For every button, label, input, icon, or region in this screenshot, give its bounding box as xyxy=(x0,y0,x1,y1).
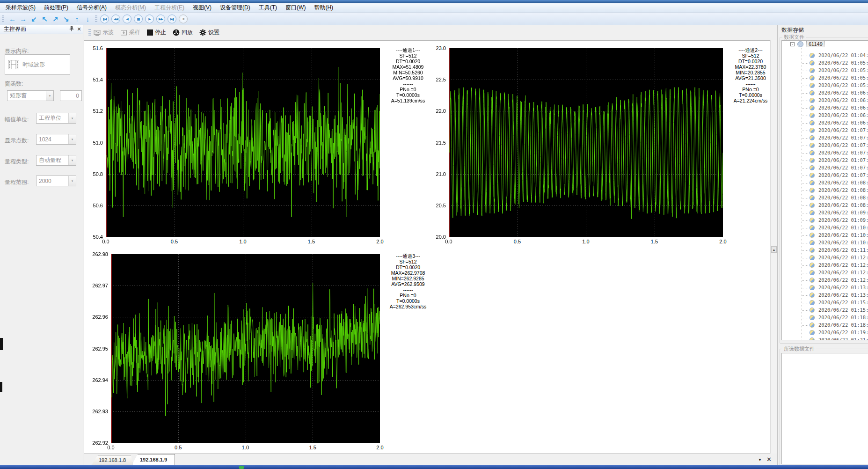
field-select[interactable]: 自动量程▼ xyxy=(36,155,76,166)
stop-media-button[interactable]: ■ xyxy=(179,15,188,23)
arrow-up-icon[interactable]: ↑ xyxy=(72,15,82,23)
charts-vertical-scrollbar[interactable]: ▲ xyxy=(770,40,777,454)
data-file-item[interactable]: 2020/06/22 01:08:1 xyxy=(782,194,868,202)
data-file-item[interactable]: 2020/06/22 01:05:4 xyxy=(782,82,868,89)
data-file-item[interactable]: 2020/06/22 01:04:5 xyxy=(782,52,868,59)
data-file-item[interactable]: 2020/06/22 01:07:1 xyxy=(782,149,868,157)
chevron-down-icon[interactable]: ▼ xyxy=(46,91,53,101)
data-file-item[interactable]: 2020/06/22 01:12:2 xyxy=(782,269,868,277)
field-value: 2000 xyxy=(36,178,68,184)
play-button[interactable]: ▶ xyxy=(145,15,154,23)
data-file-item[interactable]: 2020/06/22 01:09:4 xyxy=(782,217,868,224)
data-file-item[interactable]: 2020/06/22 01:12:0 xyxy=(782,254,868,262)
chevron-down-icon[interactable]: ▼ xyxy=(68,134,76,144)
arrow-up-left-icon[interactable]: ↖ xyxy=(39,15,50,23)
field-select[interactable]: 工程单位▼ xyxy=(36,113,76,124)
tab-192.168.1.8[interactable]: 192.168.1.8 xyxy=(92,455,133,465)
设置-button[interactable]: 设置 xyxy=(199,29,219,37)
data-file-item[interactable]: 2020/06/22 01:07:3 xyxy=(782,157,868,164)
data-file-item[interactable]: 2020/06/22 01:10:3 xyxy=(782,232,868,239)
data-file-item[interactable]: 2020/06/22 01:10:4 xyxy=(782,239,868,247)
data-file-item[interactable]: 2020/06/22 01:08:3 xyxy=(782,202,868,209)
data-file-item[interactable]: 2020/06/22 01:06:3 xyxy=(782,112,868,119)
data-file-item[interactable]: 2020/06/22 01:12:3 xyxy=(782,277,868,284)
menu-item-6[interactable]: 视图(V) xyxy=(189,3,216,13)
selected-files-list[interactable] xyxy=(781,353,868,464)
pause-button[interactable]: ▮▮ xyxy=(134,15,143,23)
data-file-item[interactable]: 2020/06/22 01:07:0 xyxy=(782,134,868,142)
pin-icon[interactable] xyxy=(68,26,75,32)
停止-button[interactable]: 停止 xyxy=(147,29,166,37)
采样-button[interactable]: 采样 xyxy=(120,29,140,37)
tree-collapse-icon[interactable]: - xyxy=(790,42,795,46)
tab-192.168.1.9[interactable]: 192.168.1.9 xyxy=(132,454,175,465)
data-file-item[interactable]: 2020/06/22 01:05:2 xyxy=(782,67,868,74)
tree-root-node[interactable]: 61149 xyxy=(806,41,825,47)
data-file-item[interactable]: 2020/06/22 01:11:3 xyxy=(782,247,868,254)
arrow-right-icon[interactable]: → xyxy=(18,15,29,23)
data-file-item[interactable]: 2020/06/22 01:08:0 xyxy=(782,179,868,187)
data-file-item[interactable]: 2020/06/22 01:06:2 xyxy=(782,97,868,104)
data-file-item[interactable]: 2020/06/22 01:07:0 xyxy=(782,127,868,134)
chevron-down-icon[interactable]: ▼ xyxy=(68,155,76,165)
window-fn-param-input[interactable]: 0 xyxy=(60,90,82,101)
scroll-up-icon[interactable]: ▲ xyxy=(771,246,777,253)
taskbar-app-icon[interactable] xyxy=(239,466,244,469)
data-file-item[interactable]: 2020/06/22 01:15:2 xyxy=(782,299,868,307)
data-file-item[interactable]: 2020/06/22 01:06:3 xyxy=(782,104,868,112)
field-select[interactable]: 1024▼ xyxy=(36,134,76,145)
arrow-down-icon[interactable]: ↓ xyxy=(82,15,93,23)
回放-button[interactable]: 回放 xyxy=(173,29,193,37)
data-file-item[interactable]: 2020/06/22 01:18:3 xyxy=(782,322,868,329)
tree-branch-line xyxy=(802,198,809,198)
data-file-item[interactable]: 2020/06/22 01:06:0 xyxy=(782,89,868,97)
menu-item-7[interactable]: 设备管理(D) xyxy=(216,3,255,13)
arrow-left-icon[interactable]: ← xyxy=(7,15,18,23)
window-fn-select[interactable]: 矩形窗 ▼ xyxy=(7,90,54,101)
chevron-down-icon[interactable]: ▼ xyxy=(68,176,76,186)
data-file-item[interactable]: 2020/06/22 01:21:1 xyxy=(782,337,868,340)
legend-line: AVG=262.9509 xyxy=(380,281,436,287)
tab-close-icon[interactable]: ✕ xyxy=(766,456,772,463)
menu-item-3[interactable]: 信号分析(A) xyxy=(73,3,111,13)
display-content-selector[interactable]: 时域波形 xyxy=(5,54,70,75)
data-file-item[interactable]: 2020/06/22 01:07:5 xyxy=(782,172,868,179)
data-file-item[interactable]: 2020/06/22 01:05:3 xyxy=(782,74,868,82)
menu-item-8[interactable]: 工具(T) xyxy=(255,3,281,13)
data-file-item[interactable]: 2020/06/22 01:07:0 xyxy=(782,142,868,149)
menu-item-9[interactable]: 窗口(W) xyxy=(281,3,310,13)
toolbar-grip xyxy=(88,29,91,37)
skip-to-end-button[interactable]: ▶▮ xyxy=(168,15,176,23)
示波-button[interactable]: 示波 xyxy=(94,29,114,37)
data-file-item[interactable]: 2020/06/22 01:19:5 xyxy=(782,329,868,337)
chevron-down-icon[interactable]: ▼ xyxy=(68,113,76,123)
data-file-item[interactable]: 2020/06/22 01:07:3 xyxy=(782,164,868,172)
data-file-item[interactable]: 2020/06/22 01:18:0 xyxy=(782,314,868,322)
arrow-up-right-icon[interactable]: ↗ xyxy=(50,15,61,23)
close-icon[interactable]: ✕ xyxy=(75,26,83,32)
menu-item-4[interactable]: 模态分析(M) xyxy=(111,3,150,13)
data-file-item[interactable]: 2020/06/22 01:05:1 xyxy=(782,59,868,67)
field-select[interactable]: 2000▼ xyxy=(36,176,76,186)
arrow-down-left-icon[interactable]: ↙ xyxy=(29,15,39,23)
arrow-down-right-icon[interactable]: ↘ xyxy=(61,15,72,23)
data-file-item[interactable]: 2020/06/22 01:06:4 xyxy=(782,119,868,127)
step-back-button[interactable]: ◀ xyxy=(123,15,131,23)
fast-forward-button[interactable]: ▶▶ xyxy=(156,15,165,23)
skip-to-start-button[interactable]: ▮◀ xyxy=(100,15,109,23)
data-file-item[interactable]: 2020/06/22 01:10:1 xyxy=(782,224,868,232)
menu-item-2[interactable]: 前处理(P) xyxy=(40,3,73,13)
data-file-item[interactable]: 2020/06/22 01:13:5 xyxy=(782,292,868,299)
legend-line: T=0.0000s xyxy=(724,92,770,98)
tree-branch-line xyxy=(802,310,809,311)
data-file-item[interactable]: 2020/06/22 01:12:1 xyxy=(782,262,868,269)
menu-item-10[interactable]: 帮助(H) xyxy=(310,3,337,13)
data-file-item[interactable]: 2020/06/22 01:08:0 xyxy=(782,187,868,194)
menu-item-1[interactable]: 采样示波(S) xyxy=(1,3,40,13)
rewind-button[interactable]: ◀◀ xyxy=(111,15,120,23)
menu-item-5[interactable]: 工程分析(E) xyxy=(150,3,189,13)
data-file-item[interactable]: 2020/06/22 01:15:4 xyxy=(782,307,868,314)
data-file-item[interactable]: 2020/06/22 01:13:1 xyxy=(782,284,868,292)
data-file-item[interactable]: 2020/06/22 01:09:2 xyxy=(782,209,868,217)
tab-list-dropdown-icon[interactable]: ▼ xyxy=(758,458,762,462)
